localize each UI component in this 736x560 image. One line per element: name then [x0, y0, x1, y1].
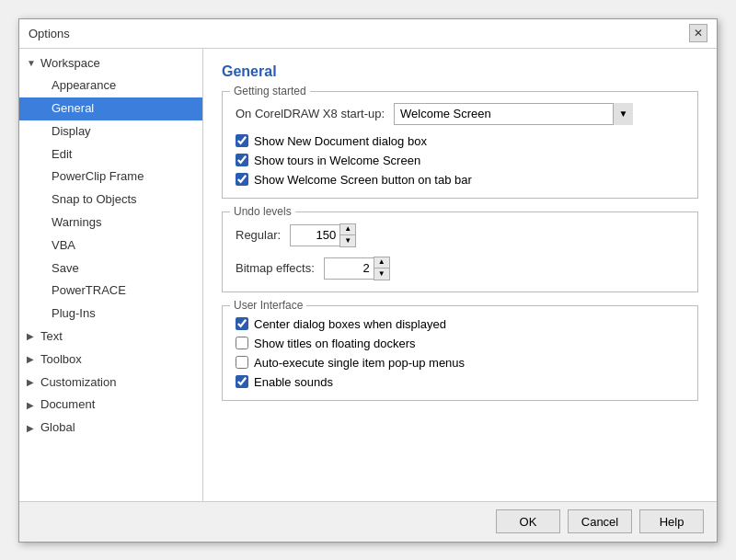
- regular-input[interactable]: 150: [290, 224, 339, 246]
- title-bar: Options ✕: [19, 19, 717, 49]
- expand-icon-document: ▶: [27, 398, 38, 413]
- sidebar-item-edit[interactable]: Edit: [19, 143, 202, 166]
- sidebar-item-appearance-label: Appearance: [52, 76, 116, 96]
- show-new-doc-checkbox[interactable]: [236, 134, 248, 147]
- dialog-body: ▼ Workspace Appearance General Display E…: [19, 49, 717, 501]
- center-dialogs-label: Center dialog boxes when displayed: [254, 317, 446, 331]
- sidebar-item-global[interactable]: ▶ Global: [19, 417, 202, 440]
- sidebar-item-warnings[interactable]: Warnings: [19, 211, 202, 234]
- help-button[interactable]: Help: [639, 509, 704, 533]
- expand-icon-toolbox: ▶: [27, 352, 38, 367]
- sidebar-item-appearance[interactable]: Appearance: [19, 74, 202, 97]
- regular-down-button[interactable]: ▼: [340, 235, 355, 246]
- startup-label: On CorelDRAW X8 start-up:: [236, 107, 385, 120]
- show-tours-label: Show tours in Welcome Screen: [254, 154, 420, 167]
- sidebar-item-workspace[interactable]: ▼ Workspace: [19, 52, 202, 75]
- bitmap-up-button[interactable]: ▲: [374, 257, 389, 269]
- sidebar-item-save-label: Save: [52, 259, 79, 279]
- startup-select-wrapper: Welcome Screen New Document Open Last Do…: [394, 103, 633, 125]
- sidebar-item-vba-label: VBA: [52, 236, 75, 256]
- sidebar-item-powertrace-label: PowerTRACE: [52, 281, 126, 301]
- regular-up-button[interactable]: ▲: [340, 224, 355, 235]
- checkbox-center-dialogs[interactable]: Center dialog boxes when displayed: [236, 317, 684, 331]
- bitmap-label: Bitmap effects:: [236, 261, 315, 275]
- enable-sounds-label: Enable sounds: [254, 375, 333, 389]
- checkbox-enable-sounds[interactable]: Enable sounds: [236, 375, 684, 389]
- sidebar-item-edit-label: Edit: [52, 145, 72, 165]
- sidebar-item-plug-ins[interactable]: Plug-Ins: [19, 303, 202, 326]
- regular-spinner-buttons: ▲ ▼: [339, 223, 356, 247]
- regular-spinner: 150 ▲ ▼: [290, 223, 356, 247]
- sidebar-item-snap-to-objects[interactable]: Snap to Objects: [19, 189, 202, 211]
- dialog-footer: OK Cancel Help: [19, 501, 717, 542]
- close-button[interactable]: ✕: [689, 24, 707, 42]
- sidebar-item-general-label: General: [52, 99, 94, 119]
- sidebar-item-text-label: Text: [40, 327, 63, 347]
- show-welcome-btn-label: Show Welcome Screen button on tab bar: [254, 173, 472, 187]
- sidebar-item-display-label: Display: [52, 122, 91, 142]
- bitmap-spinner-buttons: ▲ ▼: [374, 257, 390, 280]
- sidebar-item-customization[interactable]: ▶ Customization: [19, 371, 202, 394]
- getting-started-group: Getting started On CorelDRAW X8 start-up…: [222, 91, 698, 199]
- user-interface-group: User Interface Center dialog boxes when …: [222, 305, 698, 401]
- startup-select[interactable]: Welcome Screen New Document Open Last Do…: [394, 103, 633, 125]
- sidebar-item-document[interactable]: ▶ Document: [19, 394, 202, 417]
- sidebar-item-general[interactable]: General: [19, 97, 202, 120]
- center-dialogs-checkbox[interactable]: [236, 317, 248, 330]
- expand-icon-workspace: ▼: [27, 56, 38, 71]
- bitmap-down-button[interactable]: ▼: [374, 269, 389, 280]
- sidebar-item-warnings-label: Warnings: [52, 213, 101, 233]
- sidebar-item-snap-label: Snap to Objects: [52, 190, 137, 210]
- ok-button[interactable]: OK: [496, 509, 560, 533]
- sidebar-item-powertrace[interactable]: PowerTRACE: [19, 280, 202, 303]
- checkbox-show-welcome-btn[interactable]: Show Welcome Screen button on tab bar: [236, 173, 684, 187]
- startup-row: On CorelDRAW X8 start-up: Welcome Screen…: [236, 103, 684, 125]
- undo-levels-label: Undo levels: [230, 205, 295, 218]
- bitmap-row: Bitmap effects: 2 ▲ ▼: [236, 257, 684, 280]
- cancel-button[interactable]: Cancel: [568, 509, 632, 533]
- sidebar-item-powerclip-label: PowerClip Frame: [52, 167, 144, 187]
- auto-execute-checkbox[interactable]: [236, 356, 248, 369]
- show-titles-label: Show titles on floating dockers: [254, 337, 416, 350]
- main-panel: General Getting started On CorelDRAW X8 …: [203, 49, 717, 501]
- checkbox-show-titles[interactable]: Show titles on floating dockers: [236, 337, 684, 350]
- options-dialog: Options ✕ ▼ Workspace Appearance General…: [18, 18, 718, 543]
- sidebar-tree: ▼ Workspace Appearance General Display E…: [19, 49, 203, 501]
- enable-sounds-checkbox[interactable]: [236, 375, 248, 388]
- dialog-title: Options: [29, 27, 70, 40]
- sidebar-item-toolbox-label: Toolbox: [40, 350, 82, 370]
- show-titles-checkbox[interactable]: [236, 337, 248, 349]
- section-title: General: [222, 63, 698, 80]
- checkbox-auto-execute[interactable]: Auto-execute single item pop-up menus: [236, 356, 684, 370]
- undo-levels-group: Undo levels Regular: 150 ▲ ▼ Bitmap effe…: [222, 211, 698, 292]
- sidebar-item-text[interactable]: ▶ Text: [19, 326, 202, 349]
- sidebar-item-document-label: Document: [40, 395, 95, 415]
- show-new-doc-label: Show New Document dialog box: [254, 134, 427, 148]
- sidebar-item-plugins-label: Plug-Ins: [52, 304, 96, 324]
- checkbox-show-new-doc[interactable]: Show New Document dialog box: [236, 134, 684, 148]
- show-welcome-btn-checkbox[interactable]: [236, 173, 248, 186]
- sidebar-item-save[interactable]: Save: [19, 257, 202, 280]
- sidebar-item-global-label: Global: [40, 418, 75, 438]
- sidebar-item-customization-label: Customization: [40, 373, 116, 393]
- getting-started-label: Getting started: [230, 85, 310, 97]
- show-tours-checkbox[interactable]: [236, 154, 248, 166]
- expand-icon-global: ▶: [27, 421, 38, 436]
- sidebar-item-vba[interactable]: VBA: [19, 234, 202, 257]
- bitmap-spinner: 2 ▲ ▼: [324, 257, 390, 280]
- expand-icon-customization: ▶: [27, 375, 38, 390]
- regular-label: Regular:: [236, 228, 281, 242]
- auto-execute-label: Auto-execute single item pop-up menus: [254, 356, 465, 370]
- bitmap-input[interactable]: 2: [324, 257, 374, 280]
- sidebar-item-workspace-label: Workspace: [40, 54, 100, 74]
- checkbox-show-tours[interactable]: Show tours in Welcome Screen: [236, 154, 684, 167]
- sidebar-item-powerclip-frame[interactable]: PowerClip Frame: [19, 166, 202, 189]
- expand-icon-text: ▶: [27, 329, 38, 344]
- sidebar-item-display[interactable]: Display: [19, 120, 202, 143]
- regular-row: Regular: 150 ▲ ▼: [236, 223, 684, 247]
- user-interface-label: User Interface: [230, 299, 306, 312]
- sidebar-item-toolbox[interactable]: ▶ Toolbox: [19, 349, 202, 371]
